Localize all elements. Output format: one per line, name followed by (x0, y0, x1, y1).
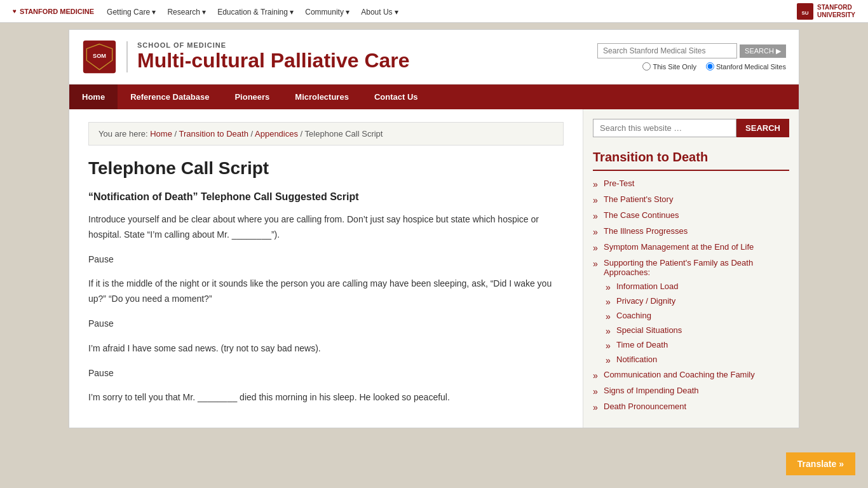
paragraph-1: Introduce yourself and be clear about wh… (88, 212, 564, 243)
breadcrumb-you-are-here: You are here: (98, 129, 148, 139)
top-nav-about[interactable]: About Us ▾ (361, 6, 398, 17)
sidebar-item-illness-progresses[interactable]: » The Illness Progresses (593, 224, 789, 240)
bullet-icon: » (593, 243, 600, 253)
sidebar-item-communication[interactable]: » Communication and Coaching the Family (593, 367, 789, 383)
bullet-icon: » (593, 259, 600, 269)
sidebar-subitem-notification[interactable]: » Notification (606, 353, 789, 367)
sidebar-link-signs-impending[interactable]: Signs of Impending Death (604, 386, 699, 395)
sidebar-search-area: SEARCH (593, 119, 789, 137)
radio-stanford-input[interactable] (706, 62, 714, 71)
sidebar-link-symptom-management[interactable]: Symptom Management at the End of Life (604, 242, 754, 252)
sidebar-item-case-continues[interactable]: » The Case Continues (593, 208, 789, 224)
bullet-icon: » (606, 341, 613, 351)
sidebar-item-patients-story[interactable]: » The Patient's Story (593, 192, 789, 208)
logo-text-area: SCHOOL OF MEDICINE Multi-cultural Pallia… (126, 41, 410, 72)
radio-stanford-label: Stanford Medical Sites (716, 63, 786, 71)
nav-home[interactable]: Home (69, 85, 118, 109)
sidebar-link-illness-progresses[interactable]: The Illness Progresses (604, 226, 688, 236)
sidebar-link-notification[interactable]: Notification (616, 355, 657, 364)
pause-3: Pause (88, 366, 564, 381)
sidebar-item-pretest[interactable]: » Pre-Test (593, 176, 789, 192)
bullet-icon: » (606, 326, 613, 336)
sidebar-link-death-pronouncement[interactable]: Death Pronouncement (604, 402, 686, 411)
svg-text:SU: SU (801, 10, 808, 16)
heart-icon: ♥ (13, 8, 17, 15)
sidebar-subitem-coaching[interactable]: » Coaching (606, 309, 789, 323)
top-bar: ♥ STANFORD MEDICINE Getting Care ▾ Resea… (0, 0, 868, 23)
sidebar-link-special-situations[interactable]: Special Situations (616, 325, 682, 335)
main-content: You are here: Home / Transition to Death… (69, 109, 583, 428)
nav-contact-us[interactable]: Contact Us (362, 85, 431, 109)
bullet-icon: » (593, 195, 600, 205)
stanford-univ-label: STANFORDUNIVERSITY (817, 4, 855, 19)
sidebar-link-information-load[interactable]: Information Load (616, 281, 679, 291)
sidebar-sub-list: » Information Load » Privacy / Dignity »… (606, 280, 789, 367)
sidebar-search-button[interactable]: SEARCH (736, 119, 789, 137)
radio-this-site-label: This Site Only (653, 63, 696, 71)
sidebar-link-time-of-death[interactable]: Time of Death (616, 340, 668, 349)
sidebar-item-signs-impending[interactable]: » Signs of Impending Death (593, 383, 789, 399)
sidebar-link-patients-story[interactable]: The Patient's Story (604, 194, 673, 204)
main-container: SOM SCHOOL OF MEDICINE Multi-cultural Pa… (69, 29, 799, 428)
sidebar-search-row: SEARCH (593, 119, 789, 137)
sidebar-link-pretest[interactable]: Pre-Test (604, 179, 634, 188)
school-label: SCHOOL OF MEDICINE (137, 41, 410, 49)
sidebar-subitem-privacy-dignity[interactable]: » Privacy / Dignity (606, 294, 789, 309)
radio-stanford-sites[interactable]: Stanford Medical Sites (706, 62, 786, 71)
paragraph-2: If it is the middle of the night or it s… (88, 276, 564, 307)
pause-1: Pause (88, 252, 564, 268)
header-search-button[interactable]: SEARCH ▶ (740, 44, 786, 58)
bullet-icon: » (593, 179, 600, 189)
nav-pioneers[interactable]: Pioneers (222, 85, 282, 109)
page-title: Telephone Call Script (88, 158, 564, 179)
sidebar-link-communication[interactable]: Communication and Coaching the Family (604, 370, 755, 379)
bullet-icon: » (593, 227, 600, 237)
content-wrapper: You are here: Home / Transition to Death… (69, 109, 799, 428)
bullet-icon: » (606, 282, 613, 292)
bullet-icon: » (593, 386, 600, 396)
sidebar-search-input[interactable] (593, 119, 736, 137)
nav-microlectures[interactable]: Microlectures (282, 85, 362, 109)
bullet-icon: » (593, 211, 600, 221)
breadcrumb-home[interactable]: Home (150, 129, 172, 139)
svg-text:SOM: SOM (93, 53, 106, 59)
stanford-medicine-logo[interactable]: ♥ STANFORD MEDICINE (13, 8, 94, 15)
sidebar-item-death-pronouncement[interactable]: » Death Pronouncement (593, 399, 789, 415)
site-title: Multi-cultural Palliative Care (137, 49, 410, 72)
sidebar: SEARCH Transition to Death » Pre-Test » … (583, 109, 799, 428)
sidebar-item-supporting-family[interactable]: » Supporting the Patient's Family as Dea… (593, 255, 789, 280)
sidebar-section-title: Transition to Death (593, 150, 789, 171)
top-nav-getting-care[interactable]: Getting Care ▾ (107, 6, 156, 17)
pause-2: Pause (88, 316, 564, 332)
radio-this-site[interactable]: This Site Only (642, 62, 696, 71)
stanford-shield-icon: SU (796, 2, 815, 21)
sidebar-link-privacy-dignity[interactable]: Privacy / Dignity (616, 296, 675, 306)
sidebar-subitem-special-situations[interactable]: » Special Situations (606, 323, 789, 338)
breadcrumb-appendices[interactable]: Appendices (255, 129, 298, 139)
nav-reference-database[interactable]: Reference Database (118, 85, 222, 109)
breadcrumb: You are here: Home / Transition to Death… (88, 122, 564, 146)
sidebar-link-coaching[interactable]: Coaching (616, 311, 651, 320)
sidebar-subitem-time-of-death[interactable]: » Time of Death (606, 338, 789, 353)
sidebar-nav-list: » Pre-Test » The Patient's Story » The C… (593, 176, 789, 280)
top-nav-education[interactable]: Education & Training ▾ (217, 6, 294, 17)
sidebar-subitem-information-load[interactable]: » Information Load (606, 280, 789, 294)
sidebar-nav-list-2: » Communication and Coaching the Family … (593, 367, 789, 415)
sidebar-link-supporting-family[interactable]: Supporting the Patient's Family as Death… (604, 258, 789, 277)
bullet-icon: » (593, 402, 600, 412)
paragraph-4: I’m sorry to tell you that Mr. ________ … (88, 390, 564, 405)
sidebar-item-symptom-management[interactable]: » Symptom Management at the End of Life (593, 240, 789, 255)
bullet-icon: » (606, 297, 613, 307)
logo-area: SOM SCHOOL OF MEDICINE Multi-cultural Pa… (82, 39, 410, 74)
bullet-icon: » (606, 311, 613, 322)
top-nav-research[interactable]: Research ▾ (167, 6, 206, 17)
top-nav-community[interactable]: Community ▾ (305, 6, 349, 17)
article-subtitle: “Notification of Death” Telephone Call S… (88, 191, 564, 203)
bullet-icon: » (606, 355, 613, 365)
site-header: SOM SCHOOL OF MEDICINE Multi-cultural Pa… (69, 30, 799, 85)
header-search-input[interactable] (597, 43, 737, 58)
stanford-medicine-label: STANFORD MEDICINE (20, 8, 94, 15)
sidebar-link-case-continues[interactable]: The Case Continues (604, 210, 679, 220)
breadcrumb-transition[interactable]: Transition to Death (179, 129, 248, 139)
radio-this-site-input[interactable] (642, 62, 651, 71)
